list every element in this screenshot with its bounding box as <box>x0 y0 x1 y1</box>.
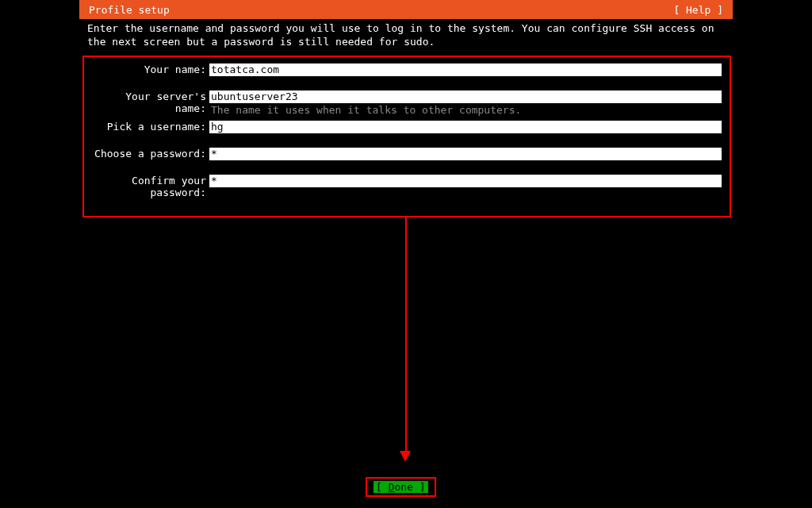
username-input[interactable]: hg <box>209 121 722 133</box>
arrow-line <box>405 216 407 451</box>
server-name-input[interactable]: ubuntuserver23 <box>209 90 722 103</box>
done-button[interactable]: [ Done ] <box>373 481 428 493</box>
password-label: Choose a password: <box>92 148 209 160</box>
password-input[interactable]: * <box>209 148 722 160</box>
annotation-arrow <box>404 216 408 460</box>
help-button[interactable]: [ Help ] <box>673 4 723 16</box>
username-label: Pick a username: <box>92 121 209 133</box>
your-name-label: Your name: <box>92 64 209 75</box>
instructions-text: Enter the username and password you will… <box>87 19 733 56</box>
form-highlight-box: Your name: totatca.com Your server's nam… <box>82 56 731 217</box>
done-highlight-box: [ Done ] <box>366 477 436 497</box>
page-title: Profile setup <box>89 4 170 16</box>
arrow-head-icon <box>400 451 411 462</box>
confirm-password-input[interactable]: * <box>209 175 722 187</box>
server-name-label: Your server's name: <box>92 90 209 114</box>
confirm-password-label: Confirm your password: <box>92 175 209 198</box>
server-name-hint: The name it uses when it talks to other … <box>209 104 722 116</box>
header-bar: Profile setup [ Help ] <box>79 0 733 19</box>
your-name-input[interactable]: totatca.com <box>209 64 722 76</box>
